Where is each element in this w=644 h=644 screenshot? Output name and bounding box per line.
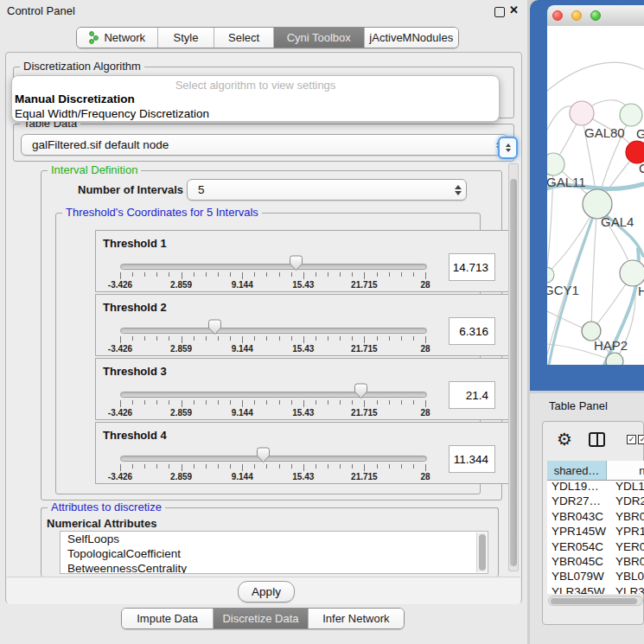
tab-style[interactable]: Style (157, 28, 214, 48)
threshold-1-slider-track[interactable] (120, 264, 427, 270)
cell-shared-name[interactable]: YBL079W (552, 570, 604, 583)
cell-name[interactable]: YBR0… (615, 510, 644, 523)
table-row[interactable]: YBR045CYBR0… (547, 555, 644, 570)
gear-icon[interactable]: ⚙ (557, 430, 572, 448)
slider-tick (169, 272, 169, 277)
threshold-4-slider-thumb[interactable] (256, 447, 271, 463)
threshold-1-slider-thumb[interactable] (289, 255, 303, 271)
tab-network[interactable]: Network (77, 28, 157, 48)
tab-discretize-data[interactable]: Discretize Data (213, 609, 307, 628)
table-row[interactable]: YLR345WYLR3… (547, 585, 644, 594)
table-horizontal-scrollbar[interactable] (548, 596, 643, 606)
cell-shared-name[interactable]: YPR145W (552, 525, 606, 538)
network-node-h[interactable] (620, 260, 644, 286)
cell-shared-name[interactable]: YDL19… (552, 480, 599, 493)
slider-tick (303, 336, 304, 343)
node-attribute-table[interactable]: shared… na YDL19…YDL1…YDR27…YDR2…YBR043C… (547, 461, 644, 594)
column-header-name[interactable]: na (607, 461, 644, 480)
table-data-combo-value: galFiltered.sif default node (22, 138, 492, 151)
slider-tick (291, 400, 292, 405)
slider-tick (425, 464, 426, 471)
algorithm-combo-button[interactable] (498, 137, 518, 159)
cell-shared-name[interactable]: YBR045C (552, 555, 603, 568)
slider-tick (291, 464, 292, 469)
attribute-list-item[interactable]: SelfLoops (61, 532, 488, 546)
cell-name[interactable]: YBL0… (615, 570, 644, 583)
numerical-attributes-list[interactable]: SelfLoopsTopologicalCoefficientBetweenne… (60, 531, 488, 574)
cell-shared-name[interactable]: YLR345W (552, 585, 605, 594)
minimize-traffic-light-icon[interactable] (571, 10, 582, 21)
network-canvas[interactable]: GAL80GCGAL11GAL4GCY1HHAP2 (547, 26, 644, 365)
slider-tick (389, 272, 390, 277)
table-row[interactable]: YPR145WYPR1… (547, 525, 644, 539)
network-window-titlebar[interactable] (547, 5, 644, 27)
slider-tick-label: 2.859 (170, 472, 192, 481)
threshold-4-value-field[interactable]: 11.344 (449, 445, 495, 473)
table-row[interactable]: YER054CYER0… (547, 540, 644, 555)
tab-cyni-toolbox[interactable]: Cyni Toolbox (273, 28, 364, 48)
algorithm-placeholder-option[interactable]: Select algorithm to view settings (12, 79, 499, 92)
table-row[interactable]: YBL079WYBL0… (547, 570, 644, 584)
network-icon (88, 31, 99, 44)
tab-impute-data[interactable]: Impute Data (122, 609, 213, 628)
threshold-4-slider-track[interactable] (120, 456, 427, 462)
cell-name[interactable]: YLR3… (615, 585, 644, 594)
threshold-3-slider-track[interactable] (120, 392, 427, 398)
attributes-scrollbar[interactable] (476, 532, 487, 572)
cell-name[interactable]: YDR2… (615, 494, 644, 507)
zoom-traffic-light-icon[interactable] (590, 10, 601, 21)
float-window-icon[interactable] (494, 7, 505, 17)
slider-tick (254, 272, 255, 277)
threshold-1-value-field[interactable]: 14.713 (449, 253, 495, 281)
cell-shared-name[interactable]: YDR27… (552, 494, 601, 507)
slider-ticks (120, 464, 425, 471)
network-node-g[interactable] (620, 104, 642, 126)
slider-tick (132, 400, 133, 405)
number-of-intervals-combo[interactable]: 5 (187, 179, 467, 201)
slider-tick (206, 400, 207, 405)
slider-tick-labels: -3.4262.8599.14415.4321.71528 (120, 472, 425, 481)
threshold-3-slider-thumb[interactable] (354, 383, 368, 399)
slider-tick-label: 15.43 (292, 280, 314, 290)
network-node-gcy1[interactable] (547, 267, 554, 283)
cell-name[interactable]: YDL1… (615, 480, 644, 493)
table-row[interactable]: YBR043CYBR0… (547, 510, 644, 525)
scrollbar-thumb[interactable] (551, 598, 637, 604)
slider-tick-label: 9.144 (232, 280, 253, 290)
checkbox-icon[interactable]: ✓ (627, 435, 636, 444)
network-node-gal11[interactable] (547, 153, 564, 175)
apply-button[interactable]: Apply (238, 581, 295, 603)
tab-jactivemnodules[interactable]: jActiveMNodules (364, 28, 459, 48)
network-node[interactable] (606, 353, 623, 365)
control-panel: Control Panel ✕ Network Style Select (0, 0, 527, 644)
threshold-3-value-field[interactable]: 21.4 (449, 381, 495, 409)
cell-name[interactable]: YPR1… (615, 525, 644, 538)
cell-shared-name[interactable]: YER054C (552, 540, 603, 553)
threshold-2-slider-thumb[interactable] (207, 319, 222, 335)
tab-select[interactable]: Select (214, 28, 273, 48)
number-of-intervals-value: 5 (188, 183, 450, 196)
network-node-gal80[interactable] (570, 101, 594, 125)
algorithm-option-equal-width[interactable]: Equal Width/Frequency Discretization (14, 107, 499, 121)
cell-name[interactable]: YER0… (615, 540, 644, 553)
scrollbar-thumb[interactable] (479, 534, 486, 571)
attribute-list-item[interactable]: BetweennessCentrality (61, 561, 488, 574)
cell-name[interactable]: YBR0… (615, 555, 644, 568)
content-scrollbar-thumb[interactable] (510, 179, 517, 566)
table-row[interactable]: YDR27…YDR2… (547, 494, 644, 509)
close-icon[interactable]: ✕ (509, 3, 519, 16)
attribute-list-item[interactable]: TopologicalCoefficient (61, 546, 488, 561)
content-scrollbar[interactable] (508, 163, 519, 571)
threshold-2-value-field[interactable]: 6.316 (449, 317, 495, 345)
tab-infer-network[interactable]: Infer Network (308, 609, 404, 628)
close-traffic-light-icon[interactable] (552, 10, 563, 21)
split-columns-icon[interactable] (589, 432, 605, 447)
column-header-shared[interactable]: shared… (547, 461, 607, 480)
algorithm-option-manual[interactable]: Manual Discretization (14, 92, 499, 106)
table-data-combo[interactable]: galFiltered.sif default node (21, 134, 508, 156)
table-row[interactable]: YDL19…YDL1… (547, 480, 644, 494)
cell-shared-name[interactable]: YBR043C (552, 510, 603, 523)
checkbox-icon[interactable]: ✓ (638, 435, 644, 444)
threshold-2-slider-track[interactable] (120, 328, 427, 334)
slider-tick (266, 400, 267, 405)
